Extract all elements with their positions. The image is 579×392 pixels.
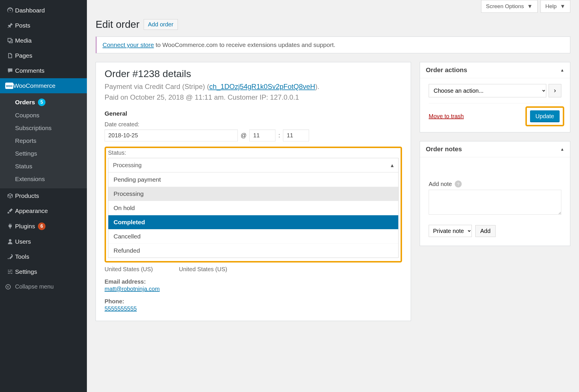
nav-label: WooCommerce bbox=[13, 82, 55, 89]
help-icon[interactable]: ? bbox=[455, 180, 462, 187]
media-icon bbox=[5, 37, 15, 44]
plugins-update-badge: 6 bbox=[38, 223, 45, 230]
order-notes-box: Order notes ▲ Add note ? Private note bbox=[420, 141, 570, 246]
status-option-refunded[interactable]: Refunded bbox=[108, 243, 398, 258]
status-selected-value: Processing bbox=[113, 162, 142, 169]
connect-notice: Connect your store to WooCommerce.com to… bbox=[96, 37, 570, 53]
nav-tools[interactable]: Tools bbox=[0, 249, 87, 264]
add-order-button[interactable]: Add order bbox=[144, 19, 178, 30]
sliders-icon bbox=[5, 269, 15, 275]
general-heading: General bbox=[105, 110, 402, 117]
box-icon bbox=[5, 193, 15, 199]
nav-dashboard[interactable]: Dashboard bbox=[0, 3, 87, 18]
nav-posts[interactable]: Posts bbox=[0, 18, 87, 33]
woo-submenu: Orders 5 Coupons Subscriptions Reports S… bbox=[0, 93, 87, 188]
gauge-icon bbox=[5, 7, 15, 14]
status-options-list: Pending payment Processing On hold Compl… bbox=[108, 172, 398, 258]
plug-icon bbox=[5, 223, 15, 229]
nav-woocommerce[interactable]: woo WooCommerce bbox=[0, 78, 87, 93]
nav-label: Users bbox=[15, 238, 31, 245]
chevron-up-icon: ▴ bbox=[391, 162, 394, 169]
chevron-down-icon: ▼ bbox=[527, 3, 533, 9]
subnav-label: Orders bbox=[15, 99, 35, 106]
nav-label: Settings bbox=[15, 268, 37, 275]
order-notes-title: Order notes bbox=[426, 145, 462, 153]
help-button[interactable]: Help ▼ bbox=[540, 0, 570, 13]
note-textarea[interactable] bbox=[429, 190, 561, 215]
orders-count-badge: 5 bbox=[38, 99, 45, 106]
comment-icon bbox=[5, 68, 15, 74]
svg-point-0 bbox=[6, 285, 10, 289]
nav-label: Products bbox=[15, 192, 39, 199]
chevron-down-icon: ▼ bbox=[560, 3, 565, 9]
date-created-label: Date created: bbox=[105, 121, 402, 128]
order-actions-box: Order actions ▲ Choose an action... › Mo… bbox=[420, 62, 570, 132]
toggle-icon[interactable]: ▲ bbox=[560, 147, 564, 152]
status-select[interactable]: Processing ▴ Pending payment Processing … bbox=[108, 158, 399, 258]
main-content: Screen Options ▼ Help ▼ Edit order Add o… bbox=[87, 0, 579, 392]
minute-input[interactable] bbox=[283, 130, 309, 141]
date-created-input[interactable] bbox=[105, 130, 238, 141]
nav-label: Media bbox=[15, 37, 32, 44]
admin-sidebar: Dashboard Posts Media Pages Comments woo… bbox=[0, 0, 87, 392]
nav-label: Dashboard bbox=[15, 7, 45, 14]
brush-icon bbox=[5, 208, 15, 214]
status-option-pending[interactable]: Pending payment bbox=[108, 172, 398, 187]
nav-pages[interactable]: Pages bbox=[0, 48, 87, 63]
toggle-icon[interactable]: ▲ bbox=[560, 68, 564, 72]
subnav-subscriptions[interactable]: Subscriptions bbox=[0, 122, 87, 134]
nav-label: Comments bbox=[15, 67, 45, 74]
nav-label: Pages bbox=[15, 52, 32, 59]
pin-icon bbox=[5, 22, 15, 29]
note-type-select[interactable]: Private note bbox=[429, 225, 472, 237]
add-note-button[interactable]: Add bbox=[475, 225, 496, 237]
wrench-icon bbox=[5, 254, 15, 260]
subnav-orders[interactable]: Orders 5 bbox=[0, 96, 87, 109]
nav-label: Posts bbox=[15, 22, 30, 29]
phone-label: Phone: bbox=[105, 298, 402, 305]
collapse-icon bbox=[5, 284, 15, 290]
collapse-menu[interactable]: Collapse menu bbox=[0, 279, 87, 294]
page-title: Edit order Add order bbox=[96, 19, 570, 30]
woo-icon: woo bbox=[5, 83, 13, 89]
add-note-label: Add note bbox=[429, 181, 452, 187]
colon-symbol: : bbox=[278, 132, 280, 139]
collapse-label: Collapse menu bbox=[15, 283, 54, 290]
nav-appearance[interactable]: Appearance bbox=[0, 203, 87, 218]
customer-email-link[interactable]: matt@robotninja.com bbox=[105, 286, 160, 292]
status-option-onhold[interactable]: On hold bbox=[108, 201, 398, 215]
connect-store-link[interactable]: Connect your store bbox=[103, 41, 154, 48]
nav-settings[interactable]: Settings bbox=[0, 264, 87, 279]
email-label: Email address: bbox=[105, 278, 402, 285]
order-title: Order #1238 details bbox=[105, 68, 402, 79]
move-to-trash-link[interactable]: Move to trash bbox=[429, 113, 464, 120]
order-meta: Payment via Credit Card (Stripe) (ch_1DO… bbox=[105, 81, 402, 103]
billing-country: United States (US) bbox=[105, 266, 153, 273]
pages-icon bbox=[5, 52, 15, 59]
run-action-button[interactable]: › bbox=[549, 84, 561, 97]
status-option-completed[interactable]: Completed bbox=[108, 215, 398, 229]
nav-media[interactable]: Media bbox=[0, 33, 87, 48]
order-actions-title: Order actions bbox=[426, 66, 467, 74]
subnav-extensions[interactable]: Extensions bbox=[0, 173, 87, 185]
payment-charge-link[interactable]: ch_1DOzj54gR1k0Sv2pFotQ8veH bbox=[209, 83, 315, 90]
subnav-settings[interactable]: Settings bbox=[0, 147, 87, 160]
at-symbol: @ bbox=[241, 132, 246, 139]
nav-label: Appearance bbox=[15, 207, 48, 214]
order-action-select[interactable]: Choose an action... bbox=[429, 84, 546, 97]
hour-input[interactable] bbox=[249, 130, 275, 141]
shipping-country: United States (US) bbox=[179, 266, 227, 273]
screen-options-button[interactable]: Screen Options ▼ bbox=[481, 0, 538, 13]
status-option-processing[interactable]: Processing bbox=[108, 187, 398, 201]
subnav-status[interactable]: Status bbox=[0, 160, 87, 173]
nav-products[interactable]: Products bbox=[0, 188, 87, 203]
nav-plugins[interactable]: Plugins 6 bbox=[0, 218, 87, 234]
nav-comments[interactable]: Comments bbox=[0, 63, 87, 78]
subnav-coupons[interactable]: Coupons bbox=[0, 109, 87, 122]
subnav-reports[interactable]: Reports bbox=[0, 134, 87, 147]
customer-phone-link[interactable]: 5555555555 bbox=[105, 305, 137, 312]
update-button[interactable]: Update bbox=[530, 110, 560, 122]
nav-users[interactable]: Users bbox=[0, 234, 87, 249]
user-icon bbox=[5, 238, 15, 245]
status-option-cancelled[interactable]: Cancelled bbox=[108, 229, 398, 243]
